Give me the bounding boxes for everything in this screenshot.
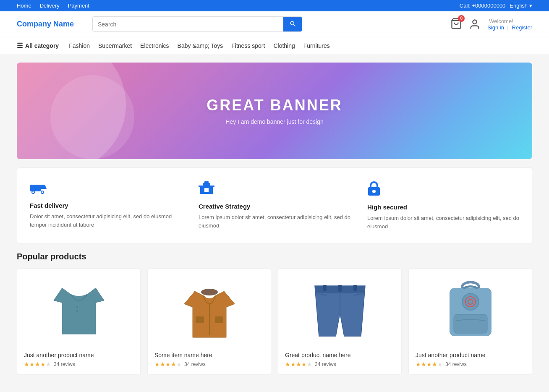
- shirt-icon: [50, 280, 108, 342]
- svg-rect-12: [204, 188, 209, 192]
- backpack-icon: [443, 279, 498, 344]
- reviews-3: 34 reviws: [315, 361, 336, 367]
- reviews-1: 34 reviws: [54, 361, 75, 367]
- register-link[interactable]: Register: [512, 24, 532, 31]
- strategy-title: Creative Strategy: [199, 203, 350, 210]
- svg-point-6: [32, 191, 34, 193]
- reviews-4: 34 reviws: [445, 361, 467, 367]
- cart-button[interactable]: 0: [450, 18, 462, 31]
- svg-rect-2: [30, 185, 41, 191]
- top-right: Call: +0000000000 English ▾: [460, 3, 532, 9]
- svg-rect-23: [353, 285, 357, 291]
- all-category-label: All category: [25, 42, 59, 49]
- svg-point-15: [76, 306, 78, 308]
- phone-number: Call: +0000000000: [460, 3, 506, 9]
- svg-rect-28: [454, 314, 487, 333]
- shorts-icon: [308, 282, 371, 340]
- svg-point-17: [201, 289, 218, 295]
- products-grid: Just another product name ★★★★★ 34 reviw…: [17, 268, 532, 375]
- section-title: Popular products: [17, 252, 532, 261]
- product-name-4: Just another product name: [416, 352, 525, 358]
- svg-rect-19: [215, 316, 223, 323]
- secured-icon: [367, 180, 519, 199]
- svg-rect-18: [196, 316, 204, 323]
- separator: |: [507, 24, 509, 31]
- popular-products-section: Popular products Just another product na…: [17, 252, 532, 375]
- feature-strategy: Creative Strategy Lorem ipsum dolor sit …: [199, 180, 350, 230]
- chevron-down-icon: ▾: [529, 3, 532, 9]
- nav-electronics[interactable]: Electronics: [140, 42, 169, 49]
- nav-bar: ☰ All category Fashion Supermarket Elect…: [0, 37, 549, 54]
- header-right: 0 Welcome! Sign in | Register: [450, 18, 532, 31]
- feature-secured: High secured Lorem ipsum dolor sit amet,…: [367, 180, 519, 230]
- svg-point-29: [462, 293, 479, 310]
- top-bar: Home Delivery Payment Call: +0000000000 …: [0, 0, 549, 11]
- product-card-3[interactable]: Great product name here ★★★★★ 34 reviws: [278, 268, 402, 375]
- hamburger-icon: ☰: [17, 42, 23, 50]
- svg-marker-3: [41, 185, 47, 189]
- delivery-title: Fast delivery: [30, 202, 182, 209]
- user-welcome: Welcome! Sign in | Register: [487, 18, 532, 31]
- language-label: English: [510, 3, 528, 9]
- product-image-3: [285, 275, 395, 347]
- nav-clothing[interactable]: Clothing: [273, 42, 295, 49]
- features-section: Fast delivery Dolor sit amet, consectetu…: [17, 167, 532, 243]
- nav-delivery[interactable]: Delivery: [40, 3, 60, 9]
- svg-point-16: [76, 310, 78, 312]
- banner-title: GREAT BANNER: [207, 97, 342, 114]
- strategy-icon: [199, 180, 350, 198]
- user-icon: [469, 18, 481, 30]
- all-category-button[interactable]: ☰ All category: [17, 42, 59, 50]
- banner-subtitle: Hey I am demo banner just for design: [225, 118, 323, 125]
- product-name-2: Some item name here: [154, 352, 264, 358]
- product-image-1: [24, 275, 133, 347]
- nav-supermarket[interactable]: Supermarket: [98, 42, 132, 49]
- header: Company Name 0 Welcome! Sign in | Regist…: [0, 11, 549, 37]
- product-card-1[interactable]: Just another product name ★★★★★ 34 reviw…: [17, 268, 141, 375]
- nav-home[interactable]: Home: [17, 3, 31, 9]
- search-button[interactable]: [283, 17, 302, 31]
- delivery-icon: [30, 180, 182, 197]
- search-bar: [92, 16, 302, 32]
- stars-4: ★★★★★: [416, 361, 443, 368]
- product-image-2: [154, 275, 264, 347]
- language-dropdown[interactable]: English ▾: [510, 3, 532, 9]
- product-name-1: Just another product name: [24, 352, 133, 358]
- stars-3: ★★★★★: [285, 361, 312, 368]
- stars-1: ★★★★★: [24, 361, 51, 368]
- product-rating-4: ★★★★★ 34 reviws: [416, 361, 525, 368]
- product-rating-1: ★★★★★ 34 reviws: [24, 361, 133, 368]
- category-nav: Fashion Supermarket Electronics Baby &am…: [69, 42, 330, 49]
- nav-fashion[interactable]: Fashion: [69, 42, 90, 49]
- svg-point-1: [473, 20, 477, 24]
- product-rating-3: ★★★★★ 34 reviws: [285, 361, 395, 368]
- jacket-icon: [182, 279, 237, 344]
- delivery-desc: Dolor sit amet, consectetur adipisicing …: [30, 212, 182, 229]
- svg-point-14: [372, 190, 376, 193]
- sign-in-link[interactable]: Sign in: [487, 24, 504, 31]
- welcome-label: Welcome!: [489, 18, 513, 24]
- svg-rect-11: [204, 181, 209, 184]
- product-card-4[interactable]: Just another product name ★★★★★ 34 reviw…: [408, 268, 532, 375]
- nav-furnitures[interactable]: Furnitures: [303, 42, 330, 49]
- svg-point-7: [42, 191, 43, 193]
- company-name[interactable]: Company Name: [17, 20, 84, 29]
- hero-banner: GREAT BANNER Hey I am demo banner just f…: [17, 63, 532, 159]
- cart-badge: 0: [458, 15, 465, 22]
- product-image-4: [416, 275, 525, 347]
- secured-desc: Lorem ipsum dolor sit amet, consectetur …: [367, 214, 519, 230]
- product-card-2[interactable]: Some item name here ★★★★★ 34 reviws: [147, 268, 271, 375]
- svg-point-26: [339, 290, 341, 292]
- strategy-desc: Lorem ipsum dolor sit amet, consectetur …: [199, 213, 350, 230]
- product-rating-2: ★★★★★ 34 reviws: [154, 361, 264, 368]
- secured-title: High secured: [367, 204, 519, 211]
- stars-2: ★★★★★: [154, 361, 182, 368]
- nav-baby-toys[interactable]: Baby &amp; Toys: [178, 42, 223, 49]
- top-nav: Home Delivery Payment: [17, 3, 89, 9]
- product-name-3: Great product name here: [285, 352, 395, 358]
- nav-payment[interactable]: Payment: [68, 3, 89, 9]
- feature-delivery: Fast delivery Dolor sit amet, consectetu…: [30, 180, 182, 230]
- search-icon: [289, 20, 296, 27]
- search-input[interactable]: [93, 17, 283, 31]
- nav-fitness[interactable]: Fitness sport: [231, 42, 265, 49]
